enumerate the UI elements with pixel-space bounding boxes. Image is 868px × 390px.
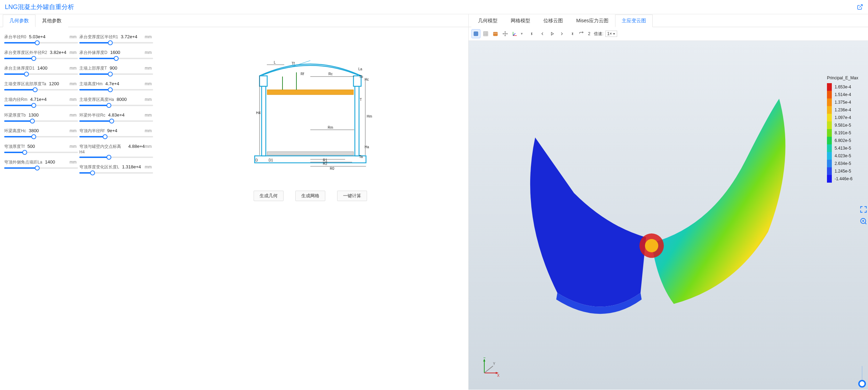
svg-text:La: La (358, 67, 363, 71)
slider-thumb[interactable] (33, 87, 38, 92)
open-external-icon[interactable] (857, 4, 863, 10)
param-value: 4.88e+4 (128, 144, 145, 149)
param-unit: mm (70, 160, 77, 165)
param-slider[interactable] (4, 73, 78, 75)
svg-text:T: T (360, 98, 362, 102)
param-slider[interactable] (4, 89, 78, 90)
param-name: 主墙上部厚度T (79, 65, 107, 71)
svg-rect-66 (827, 106, 832, 114)
slider-thumb[interactable] (31, 134, 36, 139)
slider-thumb[interactable] (108, 40, 113, 45)
loop-icon[interactable] (577, 29, 586, 38)
right-tabbar: 几何模型 网格模型 位移云图 Mises应力云图 主应变云图 (469, 14, 868, 27)
tab-disp-contour[interactable]: 位移云图 (537, 15, 570, 27)
slider-thumb[interactable] (31, 103, 36, 108)
svg-rect-75 (827, 175, 832, 183)
param-row: 环梁高度Hc3800mm (4, 128, 78, 137)
param-slider[interactable] (4, 152, 78, 153)
slider-thumb[interactable] (90, 170, 95, 175)
slider-thumb[interactable] (103, 134, 107, 139)
tab-geom-params[interactable]: 几何参数 (3, 15, 35, 27)
param-slider[interactable] (79, 89, 153, 90)
param-value: 1300 (29, 112, 39, 118)
zoom-in-icon[interactable] (860, 217, 867, 225)
param-slider[interactable] (79, 42, 153, 43)
slider-thumb[interactable] (31, 56, 36, 61)
svg-rect-4 (260, 76, 267, 86)
param-value: 9e+4 (107, 128, 117, 133)
slider-thumb[interactable] (35, 40, 40, 45)
generate-mesh-button[interactable]: 生成网格 (295, 191, 325, 201)
slider-thumb[interactable] (109, 119, 114, 124)
param-slider[interactable] (4, 42, 78, 43)
fit-view-icon[interactable] (471, 29, 480, 38)
param-unit: mm (70, 34, 77, 39)
param-value: 3.82e+4 (50, 50, 66, 55)
param-name: 环梁高度Hc (4, 128, 26, 134)
move-icon[interactable] (501, 29, 510, 38)
svg-point-54 (645, 239, 658, 252)
legend-value: 1.653e-4 (835, 83, 858, 91)
param-slider[interactable] (4, 167, 78, 169)
svg-line-61 (484, 366, 493, 373)
param-slider[interactable] (79, 105, 153, 106)
param-slider[interactable] (4, 105, 78, 106)
param-slider[interactable] (79, 136, 153, 137)
svg-text:R0: R0 (330, 167, 334, 170)
tab-strain-contour[interactable]: 主应变云图 (615, 15, 653, 27)
param-slider[interactable] (79, 58, 153, 59)
tab-geom-model[interactable]: 几何模型 (471, 15, 504, 27)
last-frame-icon[interactable] (567, 29, 576, 38)
slider-thumb[interactable] (22, 150, 27, 155)
slider-thumb[interactable] (106, 155, 111, 160)
svg-rect-63 (827, 83, 832, 91)
param-slider[interactable] (79, 73, 153, 75)
param-slider[interactable] (79, 157, 153, 158)
svg-marker-51 (551, 32, 554, 35)
calendar-icon[interactable] (491, 29, 500, 38)
first-frame-icon[interactable] (528, 29, 537, 38)
slider-thumb[interactable] (108, 87, 113, 92)
slider-thumb[interactable] (30, 119, 35, 124)
svg-rect-64 (827, 91, 832, 99)
slider-thumb[interactable] (24, 72, 29, 77)
play-icon[interactable] (548, 29, 557, 38)
color-legend: Principal_E_Max 1.653e-41.514e-41.375e-4… (827, 75, 858, 183)
svg-rect-67 (827, 114, 832, 122)
result-viewport[interactable]: Z X Y Principal_E_Max 1.653e-41.514e-41.… (469, 41, 868, 390)
svg-text:Z: Z (484, 357, 486, 359)
slider-thumb[interactable] (106, 103, 111, 108)
tab-mises-contour[interactable]: Mises应力云图 (570, 15, 615, 27)
slider-thumb[interactable] (114, 56, 119, 61)
axis-icon[interactable] (510, 29, 519, 38)
tab-other-params[interactable]: 其他参数 (35, 15, 68, 27)
param-value: 500 (27, 144, 35, 149)
slider-thumb[interactable] (35, 166, 40, 170)
param-row: 穹顶内半径Rf9e+4mm (79, 128, 153, 137)
grid-icon[interactable] (481, 29, 490, 38)
param-name: 承台变厚度区外半径R2 (4, 50, 47, 56)
param-name: 环梁厚度Tb (4, 112, 26, 118)
page-title: LNG混凝土外罐自重分析 (5, 3, 74, 11)
param-slider[interactable] (4, 136, 78, 137)
one-click-calc-button[interactable]: 一键计算 (337, 191, 367, 201)
param-unit: mm (70, 128, 77, 133)
zoom-slider[interactable] (858, 366, 866, 388)
param-unit: mm (145, 113, 152, 118)
next-frame-icon[interactable] (557, 29, 566, 38)
legend-value: 5.413e-5 (835, 144, 858, 152)
fullscreen-icon[interactable] (860, 206, 867, 213)
svg-marker-56 (483, 359, 485, 361)
speed-select[interactable]: 1×▼ (605, 31, 617, 37)
slider-thumb[interactable] (108, 72, 113, 77)
tab-mesh-model[interactable]: 网格模型 (504, 15, 537, 27)
param-slider[interactable] (4, 58, 78, 59)
param-slider[interactable] (4, 120, 78, 122)
param-slider[interactable] (79, 120, 153, 122)
param-name: 主墙高度Hm (79, 81, 103, 87)
param-value: 4.7e+4 (105, 81, 119, 86)
generate-geometry-button[interactable]: 生成几何 (254, 191, 284, 201)
prev-frame-icon[interactable] (538, 29, 547, 38)
param-unit: mm (145, 66, 152, 71)
param-slider[interactable] (79, 172, 153, 174)
